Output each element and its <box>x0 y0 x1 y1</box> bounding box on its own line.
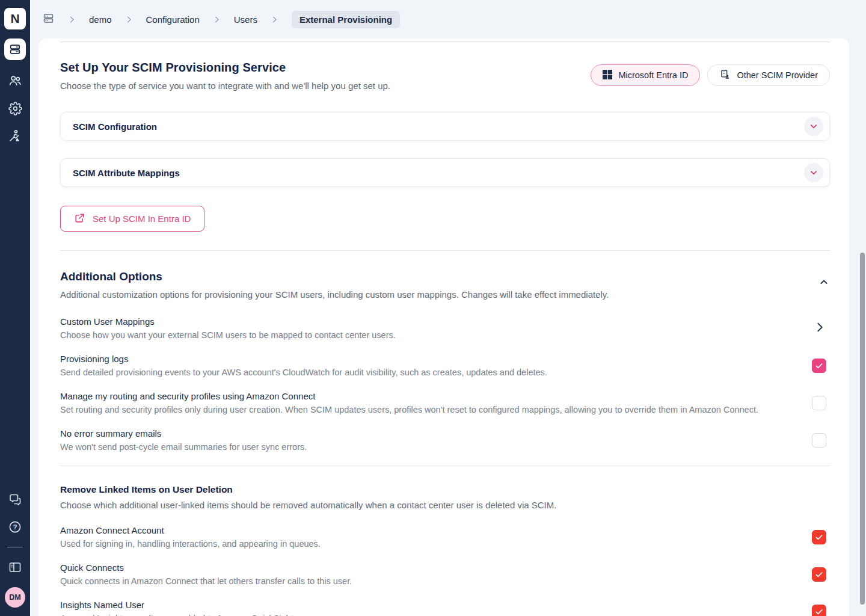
vertical-scrollbar-thumb[interactable] <box>860 253 865 605</box>
panel-layout-icon <box>8 560 22 574</box>
quick-connects-checkbox[interactable] <box>812 567 826 582</box>
option-description: We won't send post-cycle email summaries… <box>60 442 307 452</box>
option-description: Send detailed provisioning events to you… <box>60 368 547 377</box>
building-user-icon <box>719 69 731 82</box>
provider-microsoft-entra-id-button[interactable]: Microsoft Entra ID <box>591 64 700 86</box>
users-icon <box>8 73 22 88</box>
option-row-text: Custom User Mappings Choose how you want… <box>60 316 396 340</box>
provider-label: Microsoft Entra ID <box>618 70 688 80</box>
additional-options-header: Additional Options Additional customizat… <box>60 270 609 300</box>
section-divider <box>60 250 830 251</box>
chat-icon <box>8 493 22 507</box>
option-title: Insights Named User <box>60 600 296 610</box>
sidebar-item-chat[interactable] <box>8 493 22 507</box>
main-panel: Set Up Your SCIM Provisioning Service Ch… <box>38 38 849 616</box>
workflow-person-icon <box>8 129 22 143</box>
option-row-text: Provisioning logs Send detailed provisio… <box>60 354 547 377</box>
option-row-provisioning-logs: Provisioning logs Send detailed provisio… <box>60 354 830 377</box>
provider-label: Other SCIM Provider <box>737 70 818 80</box>
setup-scim-entra-button[interactable]: Set Up SCIM In Entra ID <box>60 206 204 232</box>
chevron-down-icon[interactable] <box>804 117 823 136</box>
amazon-connect-account-checkbox[interactable] <box>812 530 826 544</box>
provider-toggle-group: Microsoft Entra ID Other SCIM Provider <box>591 64 830 91</box>
sidebar-item-users[interactable] <box>8 73 22 88</box>
accordion-scim-configuration[interactable]: SCIM Configuration <box>60 112 830 141</box>
breadcrumb: demo Configuration Users External Provis… <box>30 0 866 38</box>
option-title: Provisioning logs <box>60 354 547 364</box>
gear-icon <box>8 102 22 116</box>
user-avatar[interactable]: DM <box>5 587 25 608</box>
external-link-icon <box>74 212 85 226</box>
breadcrumb-item-configuration[interactable]: Configuration <box>146 14 200 25</box>
insights-named-user-checkbox[interactable] <box>812 605 826 616</box>
option-row-text: Manage my routing and security profiles … <box>60 391 758 414</box>
sidebar-divider <box>7 547 23 547</box>
provider-other-scim-button[interactable]: Other SCIM Provider <box>707 64 830 86</box>
option-description: Quick connects in Amazon Connect that le… <box>60 576 352 586</box>
chevron-right-icon <box>270 15 279 24</box>
sidebar-bottom-group: ? DM <box>5 493 25 616</box>
breadcrumb-current-external-provisioning[interactable]: External Provisioning <box>292 11 400 28</box>
help-icon: ? <box>8 520 22 534</box>
sidebar-item-collapse-panel[interactable] <box>8 560 22 574</box>
option-title: No error summary emails <box>60 428 307 439</box>
sidebar-item-workflows[interactable] <box>8 129 22 143</box>
chevron-right-icon <box>212 15 221 24</box>
option-row-text: Amazon Connect Account Used for signing … <box>60 525 321 549</box>
provisioning-logs-checkbox[interactable] <box>812 359 826 373</box>
remove-linked-subtitle: Choose which additional user-linked item… <box>60 500 830 510</box>
page-title: Set Up Your SCIM Provisioning Service <box>60 61 390 75</box>
sidebar: N <box>0 0 30 616</box>
sidebar-item-servers-active[interactable] <box>4 38 26 60</box>
chevron-right-icon <box>67 15 76 24</box>
option-title: Manage my routing and security profiles … <box>60 391 758 401</box>
option-row-text: Insights Named User A named Insights use… <box>60 600 296 616</box>
option-row-manage-profiles: Manage my routing and security profiles … <box>60 391 830 414</box>
chevron-right-icon <box>124 15 134 24</box>
option-row-text: Quick Connects Quick connects in Amazon … <box>60 562 352 586</box>
no-error-summary-checkbox[interactable] <box>812 433 826 448</box>
option-row-quick-connects: Quick Connects Quick connects in Amazon … <box>60 562 830 586</box>
option-row-custom-user-mappings[interactable]: Custom User Mappings Choose how you want… <box>60 316 830 340</box>
servers-icon <box>8 43 22 56</box>
breadcrumb-item-demo[interactable]: demo <box>89 14 112 25</box>
chevron-up-icon[interactable] <box>818 276 830 291</box>
option-row-amazon-connect-account: Amazon Connect Account Used for signing … <box>60 525 830 549</box>
breadcrumb-servers-icon[interactable] <box>42 12 55 27</box>
additional-options-title: Additional Options <box>60 270 609 283</box>
option-row-insights-named-user: Insights Named User A named Insights use… <box>60 600 830 616</box>
chevron-down-icon[interactable] <box>804 163 823 182</box>
setup-scim-entra-label: Set Up SCIM In Entra ID <box>93 214 191 224</box>
section-divider <box>60 466 830 466</box>
app-logo[interactable]: N <box>4 8 26 29</box>
page-subtitle: Choose the type of service you want to i… <box>60 81 390 91</box>
microsoft-logo-icon <box>603 70 612 81</box>
manage-profiles-checkbox[interactable] <box>812 396 826 410</box>
app-logo-letter: N <box>10 11 19 26</box>
option-title: Quick Connects <box>60 562 352 573</box>
option-description: A named Insights user license, added to … <box>60 614 296 616</box>
accordion-scim-attribute-mappings[interactable]: SCIM Attribute Mappings <box>60 158 830 187</box>
option-row-text: No error summary emails We won't send po… <box>60 428 307 452</box>
avatar-initials: DM <box>9 593 20 602</box>
option-description: Choose how you want your external SCIM u… <box>60 330 396 340</box>
option-description: Set routing and security profiles only d… <box>60 405 758 414</box>
scim-setup-header: Set Up Your SCIM Provisioning Service Ch… <box>60 61 390 91</box>
accordion-label: SCIM Attribute Mappings <box>73 168 180 178</box>
additional-options-subtitle: Additional customization options for pro… <box>60 289 609 300</box>
sidebar-item-settings[interactable] <box>8 101 22 116</box>
accordion-label: SCIM Configuration <box>73 122 157 132</box>
option-title: Amazon Connect Account <box>60 525 321 535</box>
option-description: Used for signing in, handling interactio… <box>60 539 321 549</box>
option-title: Custom User Mappings <box>60 316 396 327</box>
option-row-no-error-summary: No error summary emails We won't send po… <box>60 428 830 452</box>
sidebar-item-help[interactable]: ? <box>8 520 22 534</box>
remove-linked-title: Remove Linked Items on User Deletion <box>60 484 830 495</box>
top-section-divider <box>60 42 830 42</box>
breadcrumb-item-users[interactable]: Users <box>234 14 257 25</box>
chevron-right-icon[interactable] <box>813 321 826 336</box>
svg-text:?: ? <box>13 523 17 531</box>
